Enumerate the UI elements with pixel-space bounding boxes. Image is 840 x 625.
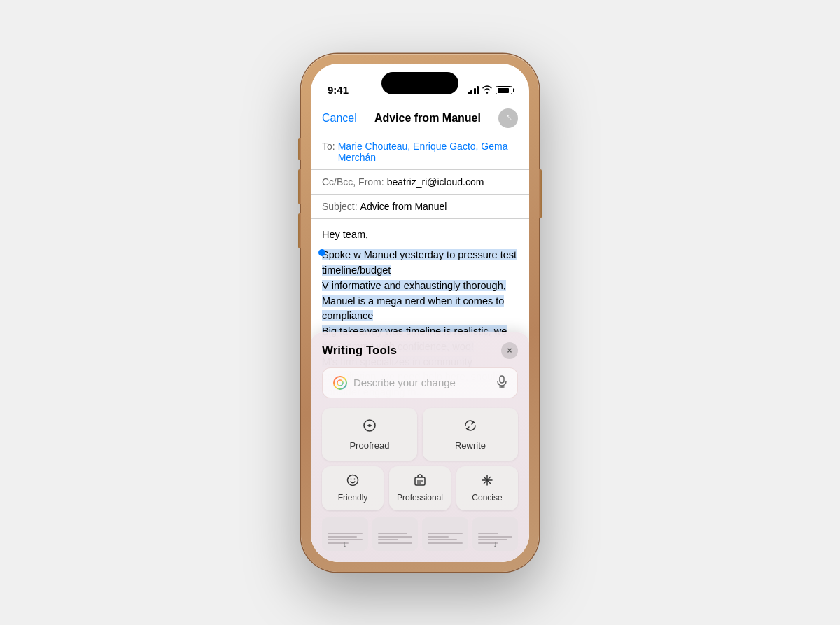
thumbnail-1: ↓	[322, 517, 368, 551]
proofread-icon	[362, 418, 377, 437]
phone-frame: 9:41	[301, 54, 539, 572]
email-title: Advice from Manuel	[374, 112, 481, 125]
concise-icon	[481, 474, 493, 490]
cc-label: Cc/Bcc, From:	[322, 176, 384, 188]
professional-icon	[414, 474, 426, 490]
power-button	[539, 169, 542, 218]
status-icons	[468, 85, 513, 96]
rewrite-icon	[463, 418, 478, 437]
send-icon: ↑	[503, 111, 514, 122]
writing-tools-thumbnails: ↓	[322, 517, 518, 551]
writing-tools-panel: Writing Tools ×	[311, 332, 529, 562]
writing-tools-row-2: Friendly Professional	[322, 466, 518, 510]
svg-point-12	[348, 475, 358, 485]
professional-label: Professional	[397, 493, 443, 503]
thumb-arrow-4: ↓	[493, 540, 498, 548]
battery-icon	[496, 86, 512, 94]
friendly-button[interactable]: Friendly	[322, 466, 384, 510]
svg-point-14	[354, 478, 356, 479]
thumbnail-4: ↓	[472, 517, 519, 551]
rewrite-button[interactable]: Rewrite	[423, 408, 518, 461]
status-time: 9:41	[328, 84, 349, 96]
friendly-label: Friendly	[338, 493, 368, 503]
send-button[interactable]: ↑	[498, 108, 518, 128]
to-field[interactable]: To: Marie Chouteau, Enrique Gacto, Gema …	[311, 134, 529, 170]
phone-screen: 9:41	[311, 64, 529, 562]
body-greeting: Hey team,	[322, 227, 518, 243]
to-value: Marie Chouteau, Enrique Gacto, Gema Merc…	[338, 141, 518, 163]
mute-button	[298, 138, 301, 160]
friendly-icon	[346, 474, 359, 490]
subject-label: Subject:	[322, 201, 358, 212]
cancel-button[interactable]: Cancel	[322, 112, 357, 125]
signal-icon	[468, 86, 479, 94]
writing-tools-title: Writing Tools	[322, 344, 397, 358]
to-label: To:	[322, 141, 335, 152]
writing-tools-close-button[interactable]: ×	[501, 342, 518, 359]
writing-tools-row-1: Proofread Rewrite	[322, 408, 518, 461]
email-compose-area: Cancel Advice from Manuel ↑ To: Marie Ch…	[311, 101, 529, 562]
close-icon: ×	[507, 346, 512, 356]
describe-change-input[interactable]: Describe your change	[322, 367, 518, 398]
proofread-button[interactable]: Proofread	[322, 408, 417, 461]
svg-point-13	[351, 478, 352, 479]
apple-intelligence-icon	[332, 375, 348, 391]
microphone-icon[interactable]	[496, 375, 507, 391]
cc-field[interactable]: Cc/Bcc, From: beatriz_ri@icloud.com	[311, 170, 529, 195]
thumbnail-2	[372, 517, 419, 551]
proofread-label: Proofread	[349, 440, 389, 451]
wifi-icon	[482, 85, 492, 96]
concise-button[interactable]: Concise	[456, 466, 518, 510]
concise-label: Concise	[472, 493, 502, 503]
email-nav-bar: Cancel Advice from Manuel ↑	[311, 101, 529, 134]
volume-down-button	[298, 213, 301, 248]
thumb-arrow-1: ↓	[343, 540, 347, 548]
subject-field[interactable]: Subject: Advice from Manuel	[311, 195, 529, 219]
svg-point-11	[368, 424, 371, 427]
volume-up-button	[298, 169, 301, 204]
subject-value: Advice from Manuel	[360, 201, 447, 212]
describe-change-placeholder: Describe your change	[354, 377, 491, 388]
professional-button[interactable]: Professional	[389, 466, 451, 510]
cc-value: beatriz_ri@icloud.com	[387, 176, 484, 188]
dynamic-island	[382, 72, 458, 94]
writing-tools-header: Writing Tools ×	[322, 342, 518, 359]
thumbnail-3	[422, 517, 468, 551]
svg-point-1	[337, 380, 343, 386]
rewrite-label: Rewrite	[455, 440, 486, 451]
svg-rect-6	[500, 376, 504, 383]
